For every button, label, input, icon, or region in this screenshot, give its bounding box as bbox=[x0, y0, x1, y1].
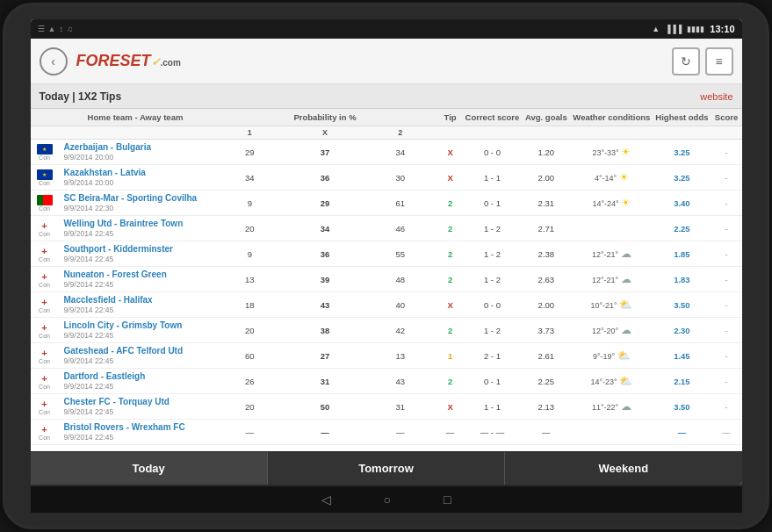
cross-icon: + bbox=[41, 424, 47, 435]
correct-score-cell: 1 - 2 bbox=[463, 318, 523, 343]
odds-value: — bbox=[678, 428, 687, 437]
score-cell: - bbox=[711, 343, 742, 369]
prob2-cell: 31 bbox=[363, 394, 438, 420]
tip-1: 1 bbox=[448, 351, 452, 361]
pt-flag bbox=[37, 195, 53, 205]
table-row: + Con Nuneaton - Forest Green 9/9/2014 2… bbox=[31, 267, 742, 292]
prob2-cell: 61 bbox=[363, 191, 438, 216]
correct-score-cell: 0 - 0 bbox=[463, 140, 523, 165]
odds-cell: 1.83 bbox=[653, 267, 711, 292]
team-name: Gateshead - AFC Telford Utd bbox=[64, 346, 210, 356]
odds-cell: 3.50 bbox=[653, 292, 711, 318]
tab-weekend[interactable]: Weekend bbox=[505, 452, 741, 485]
avg-goals-cell: 2.63 bbox=[522, 267, 570, 292]
team-cell: SC Beira-Mar - Sporting Covilha 9/9/2014… bbox=[59, 191, 213, 216]
flag-label: Con bbox=[39, 333, 50, 339]
match-date: 9/9/2014 22:45 bbox=[64, 255, 114, 263]
correct-score-cell: 1 - 2 bbox=[463, 241, 523, 267]
odds-cell: 2.25 bbox=[653, 216, 711, 241]
probx-cell: 34 bbox=[287, 216, 363, 241]
weather-temp: 4°-14° bbox=[595, 174, 617, 183]
odds-value: 1.85 bbox=[674, 249, 690, 259]
tab-today[interactable]: Today bbox=[31, 452, 268, 485]
flag-cell: + Con bbox=[31, 241, 59, 267]
tip-x: X bbox=[447, 402, 452, 412]
odds-value: 3.40 bbox=[674, 198, 690, 208]
col-header-score: Score bbox=[711, 109, 742, 126]
menu-button[interactable]: ≡ bbox=[705, 47, 733, 75]
flag-label: Con bbox=[39, 256, 50, 262]
back-button[interactable]: ‹ bbox=[40, 47, 68, 75]
col-header-probability: Probability in % bbox=[213, 109, 438, 126]
team-cell: Gateshead - AFC Telford Utd 9/9/2014 22:… bbox=[59, 343, 213, 369]
match-date: 9/9/2014 22:30 bbox=[64, 204, 114, 212]
odds-value: 2.30 bbox=[674, 326, 690, 335]
tip-cell: X bbox=[438, 292, 463, 318]
cloud-icon: ☁ bbox=[621, 273, 631, 285]
table-row: + Con Chester FC - Torquay Utd 9/9/2014 … bbox=[31, 394, 742, 420]
flag-cell: + Con bbox=[31, 292, 59, 318]
tip-2: 2 bbox=[448, 224, 452, 234]
table-container[interactable]: Home team - Away team Probability in % T… bbox=[31, 109, 742, 451]
sub-score bbox=[711, 126, 742, 140]
table-row: ★ Con Kazakhstan - Latvia 9/9/2014 20:00… bbox=[31, 165, 742, 191]
weather-cell: 14°-23° ⛅ bbox=[570, 369, 653, 394]
flag-label: Con bbox=[39, 435, 50, 441]
prob1-cell: 29 bbox=[213, 140, 288, 165]
team-name: Nuneaton - Forest Green bbox=[64, 270, 210, 279]
prob1-cell: 26 bbox=[213, 369, 288, 394]
score-cell: — bbox=[711, 420, 742, 445]
weather-cell bbox=[570, 216, 653, 241]
weather-temp: 9°-19° bbox=[593, 352, 615, 361]
partly-cloudy-icon: ⛅ bbox=[619, 375, 632, 387]
score-cell: - bbox=[711, 216, 742, 241]
odds-cell: 3.40 bbox=[653, 191, 711, 216]
odds-cell: 3.25 bbox=[653, 140, 711, 165]
prob2-cell: 55 bbox=[363, 241, 438, 267]
match-date: 9/9/2014 22:45 bbox=[64, 356, 114, 365]
tab-tomorrow[interactable]: Tomorrow bbox=[268, 452, 505, 485]
match-date: 9/9/2014 22:45 bbox=[64, 306, 114, 314]
table-row: + Con Welling Utd - Braintree Town 9/9/2… bbox=[31, 216, 742, 241]
prob2-cell: 48 bbox=[363, 267, 438, 292]
flag-label: Con bbox=[39, 384, 50, 390]
avg-goals-cell: 2.00 bbox=[522, 292, 570, 318]
status-bar: ☰ ▲ ↕ ♫ ▲ ▐▐▐ ▮▮▮▮ 13:10 bbox=[31, 19, 742, 39]
partly-cloudy-icon: ⛅ bbox=[619, 298, 632, 311]
wifi-status-icon: ▲ bbox=[48, 25, 56, 33]
sub-correct bbox=[463, 126, 523, 140]
android-recent-button[interactable]: □ bbox=[444, 492, 451, 507]
probx-cell: 43 bbox=[287, 292, 363, 318]
android-home-button[interactable]: ○ bbox=[384, 492, 391, 507]
odds-value: 1.83 bbox=[674, 275, 690, 284]
table-row: + Con Macclesfield - Halifax 9/9/2014 22… bbox=[31, 292, 742, 318]
probx-cell: 37 bbox=[287, 140, 363, 165]
avg-goals-cell: 1.20 bbox=[522, 140, 570, 165]
team-name: Azerbaijan - Bulgaria bbox=[64, 142, 210, 152]
col-header-weather: Weather conditions bbox=[570, 109, 653, 126]
odds-value: 2.25 bbox=[674, 224, 690, 234]
probx-cell: 36 bbox=[287, 165, 363, 191]
odds-value: 3.25 bbox=[674, 173, 690, 183]
refresh-button[interactable]: ↻ bbox=[672, 47, 700, 75]
tip-x: X bbox=[447, 300, 452, 310]
tip-cell: X bbox=[438, 140, 463, 165]
probx-cell: 50 bbox=[287, 394, 363, 420]
tip-cell: 2 bbox=[438, 369, 463, 394]
col-header-tip: Tip bbox=[438, 109, 463, 126]
weather-temp: 12°-20° bbox=[592, 327, 618, 335]
tip-cell: 1 bbox=[438, 343, 463, 369]
weather-cell: 12°-20° ☁ bbox=[570, 318, 653, 343]
team-name: Welling Utd - Braintree Town bbox=[64, 219, 210, 228]
sub-weather bbox=[570, 126, 653, 140]
score-cell: - bbox=[711, 369, 742, 394]
headset-icon: ♫ bbox=[67, 25, 73, 33]
tip-cell: 2 bbox=[438, 267, 463, 292]
team-cell: Dartford - Eastleigh 9/9/2014 22:45 bbox=[59, 369, 213, 394]
match-date: 9/9/2014 22:45 bbox=[64, 331, 114, 340]
android-back-button[interactable]: ◁ bbox=[321, 492, 331, 507]
flag-label: Con bbox=[39, 155, 50, 161]
website-link[interactable]: website bbox=[700, 91, 732, 102]
page-title: Today | 1X2 Tips bbox=[40, 90, 122, 103]
flag-label: Con bbox=[39, 231, 50, 237]
